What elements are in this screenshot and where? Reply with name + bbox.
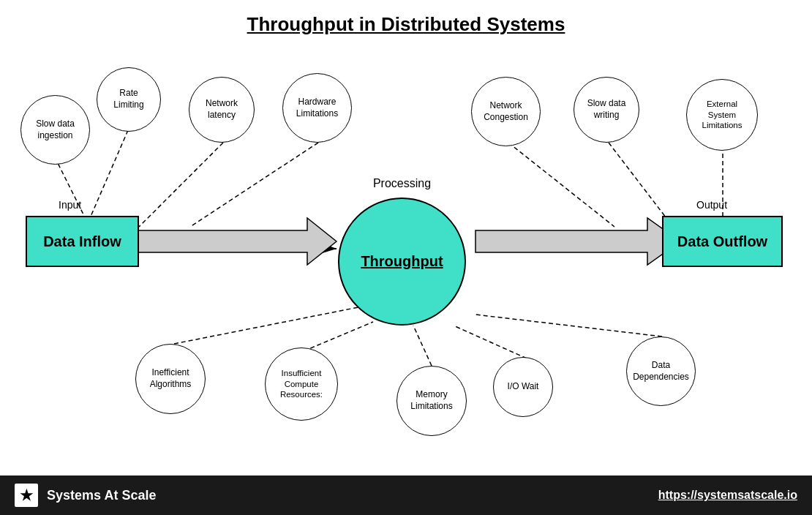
output-label: Output <box>696 199 727 211</box>
svg-marker-16 <box>475 218 680 265</box>
diagram-area: Throughput in Distributed Systems <box>0 0 812 475</box>
star-icon: ★ <box>15 484 38 507</box>
circle-insufficient-compute: InsufficientComputeResources: <box>265 347 338 421</box>
svg-line-3 <box>190 143 318 227</box>
data-inflow-rect: Data Inflow <box>26 216 139 267</box>
svg-line-8 <box>304 322 373 351</box>
circle-slow-data-writing: Slow datawriting <box>574 77 639 143</box>
circle-io-wait: I/O Wait <box>493 357 553 417</box>
svg-line-0 <box>55 157 88 223</box>
svg-line-7 <box>174 307 358 344</box>
svg-line-9 <box>413 326 432 366</box>
circle-data-dependencies: DataDependencies <box>626 337 696 406</box>
svg-line-13 <box>135 241 337 249</box>
svg-marker-15 <box>135 218 337 265</box>
footer-brand: ★ Systems At Scale <box>15 484 156 507</box>
svg-line-5 <box>609 143 673 227</box>
footer-url: https://systemsatscale.io <box>658 489 797 502</box>
svg-line-14 <box>475 241 662 249</box>
throughput-circle: Processing Throughput <box>338 198 466 326</box>
svg-line-11 <box>475 315 662 337</box>
page-title: Throughput in Distributed Systems <box>0 0 812 36</box>
circle-inefficient-algorithms: InefficientAlgorithms <box>135 344 206 414</box>
circle-memory-limitations: MemoryLimitations <box>396 366 467 436</box>
input-label: Input <box>59 199 81 211</box>
svg-line-2 <box>139 143 223 227</box>
svg-line-10 <box>454 326 527 358</box>
footer: ★ Systems At Scale https://systemsatscal… <box>0 475 812 515</box>
data-outflow-rect: Data Outflow <box>662 216 783 267</box>
svg-line-4 <box>508 143 614 227</box>
circle-network-latency: Networklatency <box>189 77 255 143</box>
svg-line-1 <box>88 130 128 223</box>
circle-slow-data-ingestion: Slow dataingestion <box>20 95 90 165</box>
circle-rate-limiting: RateLimiting <box>97 67 161 132</box>
circle-network-congestion: NetworkCongestion <box>471 77 541 146</box>
circle-hardware-limitations: HardwareLimitations <box>282 73 352 143</box>
circle-external-system-limitations: ExternalSystemLimitations <box>686 79 758 151</box>
